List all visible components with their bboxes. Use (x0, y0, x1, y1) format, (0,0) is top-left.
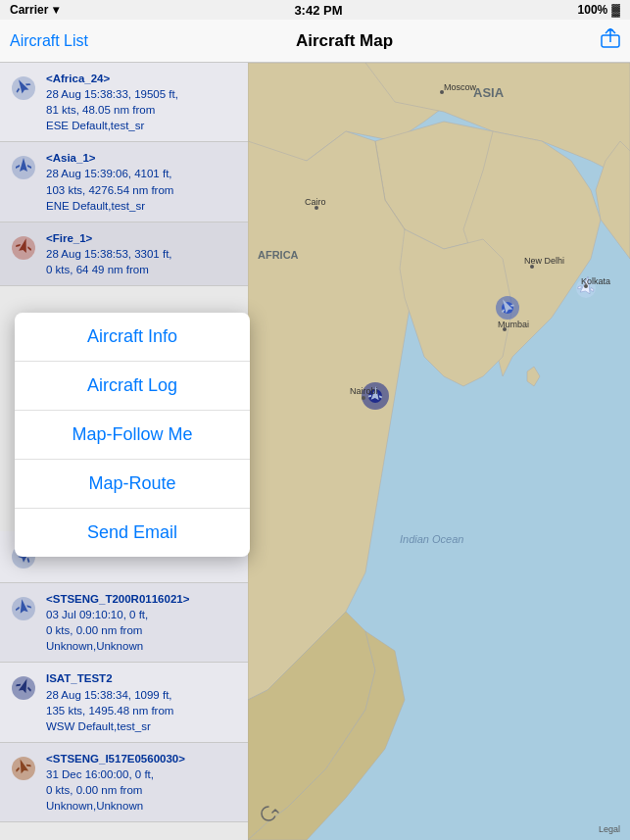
svg-text:Indian Ocean: Indian Ocean (400, 533, 463, 545)
status-left: Carrier ▾ (10, 3, 59, 17)
aircraft-text: <Fire_1> 28 Aug 15:38:53, 3301 ft, 0 kts… (46, 230, 172, 277)
aircraft-text: <STSENG_I517E0560030> 31 Dec 16:00:00, 0… (46, 751, 185, 814)
aircraft-icon (6, 751, 41, 786)
legal-label: Legal (599, 824, 620, 834)
svg-text:Mumbai: Mumbai (498, 320, 529, 329)
svg-text:Moscow: Moscow (444, 82, 477, 92)
nav-title: Aircraft Map (296, 31, 393, 51)
map-area[interactable]: ASIA AFRICA Indian Ocean Moscow Cairo Ne… (248, 63, 630, 840)
svg-text:New Delhi: New Delhi (524, 256, 564, 266)
refresh-icon (258, 804, 279, 825)
list-item[interactable]: <Asia_1> 28 Aug 15:39:06, 4101 ft, 103 k… (0, 142, 248, 222)
status-bar: Carrier ▾ 3:42 PM 100% ▓ (0, 0, 630, 20)
map-background: ASIA AFRICA Indian Ocean Moscow Cairo Ne… (248, 63, 630, 840)
share-icon (601, 28, 620, 48)
svg-text:Cairo: Cairo (305, 197, 326, 207)
svg-point-24 (530, 265, 534, 269)
map-svg: ASIA AFRICA Indian Ocean Moscow Cairo Ne… (248, 63, 630, 840)
nav-back-button[interactable]: Aircraft List (10, 32, 88, 50)
aircraft-text: ISAT_TEST2 28 Aug 15:38:34, 1099 ft, 135… (46, 670, 173, 733)
aircraft-icon (6, 150, 41, 185)
battery-icon: ▓ (611, 3, 620, 17)
list-item[interactable]: <Africa_24> 28 Aug 15:38:33, 19505 ft, 8… (0, 63, 248, 142)
list-item[interactable]: ISAT_TEST2 28 Aug 15:38:34, 1099 ft, 135… (0, 663, 248, 742)
aircraft-icon (6, 230, 41, 266)
nav-bar: Aircraft List Aircraft Map (0, 20, 630, 63)
aircraft-text: <Africa_24> 28 Aug 15:38:33, 19505 ft, 8… (46, 71, 178, 133)
svg-point-26 (584, 284, 588, 288)
carrier-label: Carrier (10, 3, 48, 17)
context-menu-aircraft-log[interactable]: Aircraft Log (15, 362, 248, 411)
svg-point-22 (315, 206, 318, 210)
context-menu-send-email[interactable]: Send Email (15, 509, 248, 557)
list-item[interactable]: <STSENG_I517E0560030> 31 Dec 16:00:00, 0… (0, 743, 248, 822)
main-content: <Africa_24> 28 Aug 15:38:33, 19505 ft, 8… (0, 63, 630, 840)
sidebar: <Africa_24> 28 Aug 15:38:33, 19505 ft, 8… (0, 63, 248, 840)
svg-text:Nairobi: Nairobi (350, 386, 378, 396)
aircraft-icon (6, 71, 41, 106)
share-button[interactable] (601, 28, 620, 53)
svg-point-20 (440, 90, 444, 94)
svg-text:ASIA: ASIA (473, 85, 505, 100)
status-time: 3:42 PM (294, 3, 342, 18)
aircraft-text: <STSENG_T200R0116021> 03 Jul 09:10:10, 0… (46, 591, 189, 654)
refresh-button[interactable] (258, 804, 279, 830)
aircraft-text: <Asia_1> 28 Aug 15:39:06, 4101 ft, 103 k… (46, 150, 173, 213)
list-item[interactable]: <STSENG_T200R0116021> 03 Jul 09:10:10, 0… (0, 583, 248, 663)
aircraft-icon (6, 670, 41, 706)
list-item[interactable]: <Fire_1> 28 Aug 15:38:53, 3301 ft, 0 kts… (0, 222, 248, 286)
wifi-icon: ▾ (53, 3, 59, 17)
battery-label: 100% (578, 3, 608, 17)
context-menu-map-follow-me[interactable]: Map-Follow Me (15, 411, 248, 460)
svg-point-30 (362, 396, 365, 400)
svg-text:AFRICA: AFRICA (258, 249, 299, 261)
context-menu-map-route[interactable]: Map-Route (15, 460, 248, 509)
svg-point-28 (503, 327, 507, 331)
context-menu-aircraft-info[interactable]: Aircraft Info (15, 313, 248, 362)
context-menu: Aircraft Info Aircraft Log Map-Follow Me… (15, 313, 248, 557)
status-right: 100% ▓ (578, 3, 620, 17)
aircraft-icon (6, 591, 41, 626)
